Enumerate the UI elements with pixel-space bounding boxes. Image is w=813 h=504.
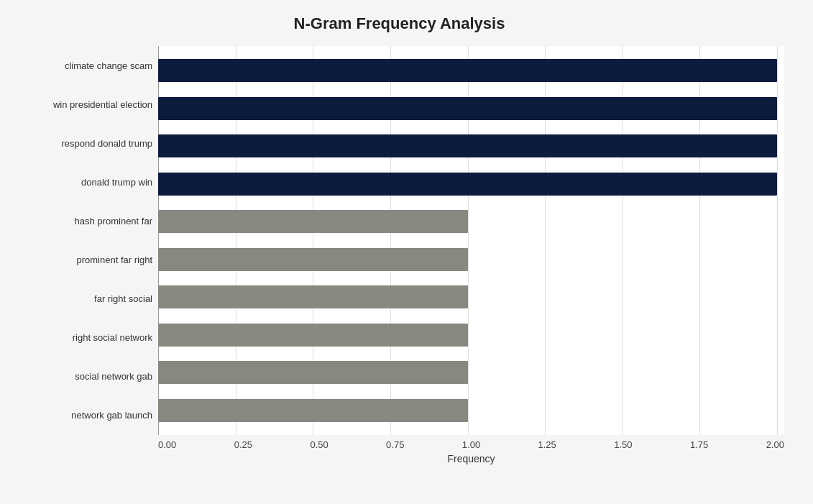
x-tick-1.50: 1.50: [614, 439, 632, 450]
x-tick-1.25: 1.25: [538, 439, 556, 450]
chart-area: climate change scamwin presidential elec…: [14, 46, 784, 435]
bar-row: [158, 132, 777, 160]
bar-donald-trump-win: [158, 173, 777, 196]
x-tick-0.50: 0.50: [310, 439, 328, 450]
bar-row: [158, 358, 777, 387]
bar-prominent-far-right: [158, 248, 468, 271]
x-tick-0.25: 0.25: [234, 439, 252, 450]
bar-row: [158, 170, 777, 198]
y-label-network-gab-launch: network gab launch: [14, 396, 152, 435]
x-axis-ticks: 0.000.250.500.751.001.251.501.752.00: [158, 435, 784, 450]
bar-row: [158, 245, 777, 274]
y-label-donald-trump-win: donald trump win: [14, 162, 152, 201]
bar-row: [158, 94, 777, 123]
bar-social-network-gab: [158, 361, 468, 384]
y-label-far-right-social: far right social: [14, 280, 152, 319]
x-tick-0.75: 0.75: [386, 439, 404, 450]
bar-climate-change-scam: [158, 59, 777, 82]
y-label-hash-prominent-far: hash prominent far: [14, 201, 152, 240]
chart-title: N-Gram Frequency Analysis: [14, 14, 784, 33]
y-label-respond-donald-trump: respond donald trump: [14, 124, 152, 162]
bar-win-presidential-election: [158, 97, 777, 120]
bar-row: [158, 56, 777, 85]
bar-network-gab-launch: [158, 399, 468, 422]
bar-far-right-social: [158, 285, 468, 308]
x-axis-section: 0.000.250.500.751.001.251.501.752.00 Fre…: [14, 435, 784, 464]
bar-hash-prominent-far: [158, 210, 468, 233]
y-label-social-network-gab: social network gab: [14, 357, 152, 396]
y-label-climate-change-scam: climate change scam: [14, 46, 152, 85]
x-tick-1.75: 1.75: [690, 439, 708, 450]
bars-panel: [158, 46, 784, 435]
y-axis-labels: climate change scamwin presidential elec…: [14, 46, 158, 435]
y-label-win-presidential-election: win presidential election: [14, 85, 152, 124]
bar-right-social-network: [158, 324, 468, 347]
bar-row: [158, 321, 777, 349]
x-tick-2.00: 2.00: [766, 439, 784, 450]
x-tick-1.00: 1.00: [462, 439, 480, 450]
bar-row: [158, 283, 777, 311]
bar-respond-donald-trump: [158, 134, 777, 157]
x-tick-0.00: 0.00: [158, 439, 176, 450]
y-label-right-social-network: right social network: [14, 319, 152, 357]
x-axis-title: Frequency: [158, 453, 784, 464]
bar-row: [158, 396, 777, 425]
chart-container: N-Gram Frequency Analysis climate change…: [0, 0, 813, 504]
bar-row: [158, 207, 777, 236]
y-label-prominent-far-right: prominent far right: [14, 240, 152, 279]
